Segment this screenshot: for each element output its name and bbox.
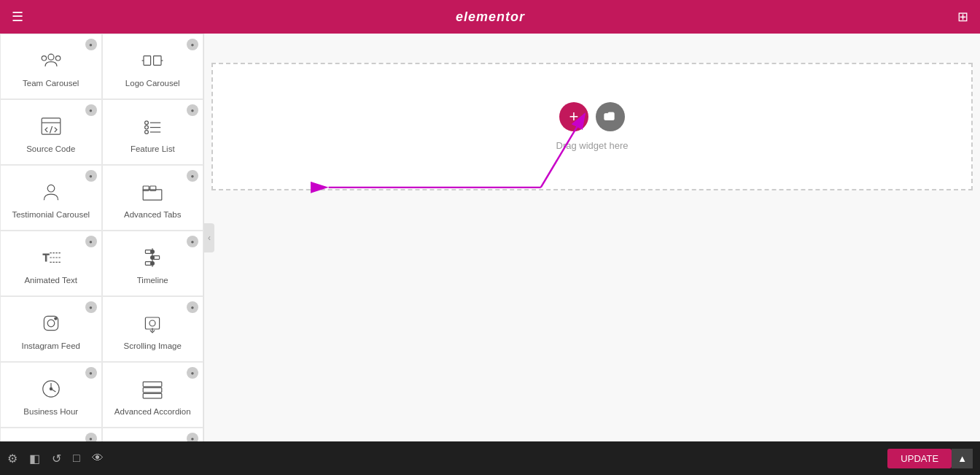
scrolling-image-icon — [139, 310, 166, 336]
pro-badge: ● — [85, 104, 97, 116]
settings-icon[interactable]: ⚙ — [7, 452, 18, 466]
bottom-toolbar: ⚙ ◧ ↺ □ 👁 UPDATE ▲ — [0, 441, 980, 475]
header-logo: elementor — [456, 9, 525, 25]
instagram-feed-icon — [38, 310, 64, 336]
svg-point-1 — [42, 55, 46, 60]
svg-rect-18 — [143, 186, 149, 190]
source-code-label: Source Code — [26, 144, 75, 155]
testimonial-carousel-label: Testimonial Carousel — [12, 209, 90, 220]
grid-icon[interactable]: ⊞ — [957, 9, 968, 25]
hamburger-icon[interactable]: ☰ — [12, 9, 23, 25]
animated-text-label: Animated Text — [24, 275, 77, 286]
svg-point-12 — [145, 125, 149, 129]
pro-badge: ● — [85, 39, 97, 50]
widget-instagram-feed[interactable]: ● Instagram Feed — [0, 296, 102, 362]
widget-grid: ● Team Carousel ● Logo Carousel ● — [0, 34, 203, 441]
svg-rect-4 — [154, 55, 161, 65]
widget-business-hour[interactable]: ● Business Hour — [0, 362, 102, 428]
widget-team-carousel[interactable]: ● Team Carousel — [0, 34, 102, 99]
timeline-label: Timeline — [137, 275, 168, 286]
widget-feature-list[interactable]: ● Feature List — [102, 99, 204, 165]
layers-icon[interactable]: ◧ — [29, 452, 40, 466]
timeline-icon — [139, 244, 166, 271]
svg-rect-41 — [143, 387, 162, 392]
advanced-tabs-label: Advanced Tabs — [124, 209, 181, 220]
pro-badge: ● — [187, 433, 198, 441]
svg-rect-34 — [146, 317, 160, 329]
svg-line-9 — [50, 126, 52, 134]
widget-logo-carousel[interactable]: ● Logo Carousel — [102, 34, 204, 99]
add-template-button[interactable] — [596, 102, 625, 131]
svg-point-32 — [47, 320, 55, 327]
feature-list-label: Feature List — [131, 144, 175, 155]
update-button[interactable]: UPDATE — [887, 449, 952, 468]
drop-zone-text: Drag widget here — [556, 140, 629, 151]
sidebar-wrapper: ● Team Carousel ● Logo Carousel ● — [0, 34, 204, 441]
widget-source-code[interactable]: ● Source Code — [0, 99, 102, 165]
top-header: ☰ elementor ⊞ — [0, 0, 980, 34]
sidebar: ● Team Carousel ● Logo Carousel ● — [0, 34, 204, 441]
svg-rect-40 — [143, 382, 162, 386]
svg-point-14 — [145, 130, 149, 134]
pro-badge: ● — [187, 236, 198, 247]
pro-badge: ● — [85, 433, 97, 441]
widget-testimonial-carousel[interactable]: ● Testimonial Carousel — [0, 165, 102, 231]
update-arrow-button[interactable]: ▲ — [952, 449, 973, 468]
team-carousel-label: Team Carousel — [23, 78, 79, 89]
widget-animated-text[interactable]: ● T Animated Text — [0, 231, 102, 296]
pro-badge: ● — [187, 170, 198, 182]
pro-badge: ● — [85, 236, 97, 247]
drop-zone[interactable]: + Drag widget here — [211, 63, 973, 190]
pro-badge: ● — [187, 301, 198, 313]
svg-point-10 — [145, 120, 149, 124]
svg-point-39 — [50, 387, 52, 390]
feature-list-icon — [139, 113, 166, 139]
collapse-sidebar-handle[interactable]: ‹ — [204, 223, 214, 252]
widget-13[interactable]: ● — [0, 428, 102, 441]
update-area: UPDATE ▲ — [884, 449, 973, 468]
svg-rect-3 — [144, 55, 151, 65]
svg-text:T: T — [43, 251, 50, 263]
pro-badge: ● — [85, 367, 97, 379]
svg-point-2 — [55, 55, 60, 60]
svg-rect-7 — [42, 117, 61, 134]
canvas-area: + Drag widget here — [204, 34, 980, 441]
svg-point-0 — [48, 54, 54, 60]
advanced-accordion-label: Advanced Accordion — [114, 406, 191, 417]
source-code-icon — [38, 113, 64, 139]
svg-rect-19 — [150, 186, 156, 190]
widget-14[interactable]: ● — [102, 428, 204, 441]
testimonial-carousel-icon — [38, 179, 64, 205]
pro-badge: ● — [187, 367, 198, 379]
svg-point-16 — [47, 185, 55, 192]
pro-badge: ● — [187, 104, 198, 116]
business-hour-label: Business Hour — [23, 406, 78, 417]
advanced-tabs-icon — [139, 179, 166, 205]
widget-scrolling-image[interactable]: ● Scrolling Image — [102, 296, 204, 362]
add-widget-button[interactable]: + — [559, 102, 588, 131]
main-layout: ● Team Carousel ● Logo Carousel ● — [0, 34, 980, 441]
widget-advanced-tabs[interactable]: ● Advanced Tabs — [102, 165, 204, 231]
instagram-feed-label: Instagram Feed — [21, 341, 80, 352]
team-carousel-icon — [38, 47, 64, 74]
pro-badge: ● — [85, 301, 97, 313]
history-icon[interactable]: ↺ — [52, 452, 61, 466]
pro-badge: ● — [187, 39, 198, 50]
logo-carousel-icon — [139, 47, 166, 74]
svg-point-33 — [55, 317, 57, 320]
widget-advanced-accordion[interactable]: ● Advanced Accordion — [102, 362, 204, 428]
drop-zone-buttons: + — [559, 102, 625, 131]
pro-badge: ● — [85, 170, 97, 182]
widget-timeline[interactable]: ● Timeline — [102, 231, 204, 296]
responsive-icon[interactable]: □ — [73, 452, 80, 465]
svg-rect-42 — [143, 393, 162, 398]
advanced-accordion-icon — [139, 376, 166, 402]
logo-carousel-label: Logo Carousel — [125, 78, 180, 89]
business-hour-icon — [38, 376, 64, 402]
preview-icon[interactable]: 👁 — [92, 452, 104, 465]
animated-text-icon: T — [38, 244, 64, 271]
svg-point-35 — [149, 320, 155, 326]
scrolling-image-label: Scrolling Image — [124, 341, 182, 352]
